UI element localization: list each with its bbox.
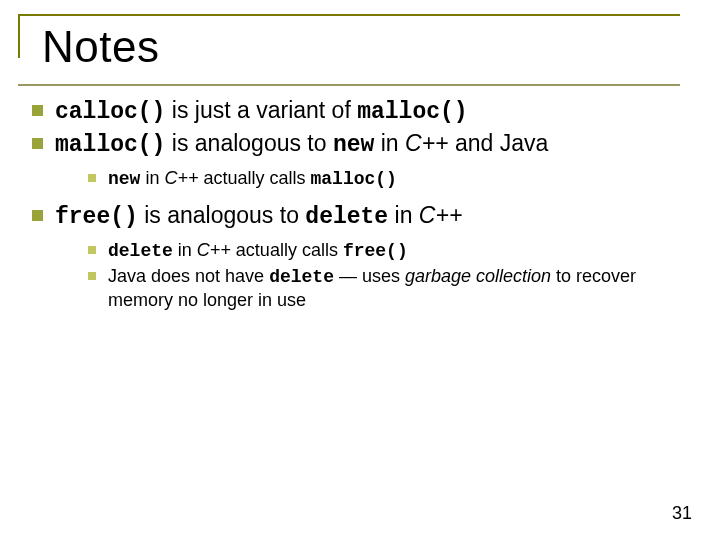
bullet-icon [32, 210, 43, 221]
text-span: in [173, 240, 197, 260]
sub-bullet-java-gc: Java does not have delete — uses garbage… [88, 265, 690, 313]
text-span: actually calls [231, 240, 343, 260]
bullet-free-delete: free() is analogous to delete in C++ [32, 201, 690, 232]
code-span: malloc() [55, 132, 165, 158]
sub-list: delete in C++ actually calls free() Java… [88, 239, 690, 313]
sub-bullet-icon [88, 174, 96, 182]
bullet-malloc-new: malloc() is analogous to new in C++ and … [32, 129, 690, 160]
code-span: delete [108, 241, 173, 261]
sub-bullet-icon [88, 246, 96, 254]
code-span: delete [269, 267, 334, 287]
code-span: delete [305, 204, 388, 230]
sub-bullet-delete-calls-free: delete in C++ actually calls free() [88, 239, 690, 263]
text-span: in [140, 168, 164, 188]
text-span: is analogous to [165, 130, 333, 156]
italic-span: C++ [164, 168, 198, 188]
sub-bullet-text: Java does not have delete — uses garbage… [108, 265, 690, 313]
code-span: new [333, 132, 374, 158]
code-span: free() [343, 241, 408, 261]
rule-under-title [18, 84, 680, 86]
text-span: in [388, 202, 419, 228]
sub-bullet-new-calls-malloc: new in C++ actually calls malloc() [88, 167, 690, 191]
text-span: is analogous to [138, 202, 306, 228]
sub-bullet-text: delete in C++ actually calls free() [108, 239, 690, 263]
text-span: and Java [449, 130, 549, 156]
text-span: is just a variant of [165, 97, 357, 123]
text-span: — uses [334, 266, 405, 286]
rule-tick [18, 16, 20, 58]
bullet-icon [32, 105, 43, 116]
slide: Notes calloc() is just a variant of mall… [0, 0, 720, 540]
code-span: new [108, 169, 140, 189]
rule-top [18, 14, 680, 16]
text-span: actually calls [198, 168, 310, 188]
italic-span: C++ [197, 240, 231, 260]
text-span: Java does not have [108, 266, 269, 286]
code-span: free() [55, 204, 138, 230]
italic-span: C++ [405, 130, 448, 156]
sub-bullet-icon [88, 272, 96, 280]
code-span: calloc() [55, 99, 165, 125]
bullet-text: free() is analogous to delete in C++ [55, 201, 690, 232]
italic-span: C++ [419, 202, 462, 228]
sub-list: new in C++ actually calls malloc() [88, 167, 690, 191]
bullet-text: malloc() is analogous to new in C++ and … [55, 129, 690, 160]
page-number: 31 [672, 503, 692, 524]
text-span: in [374, 130, 405, 156]
code-span: malloc() [311, 169, 397, 189]
bullet-icon [32, 138, 43, 149]
slide-title: Notes [42, 22, 159, 72]
bullet-text: calloc() is just a variant of malloc() [55, 96, 690, 127]
sub-bullet-text: new in C++ actually calls malloc() [108, 167, 690, 191]
code-span: malloc() [357, 99, 467, 125]
italic-span: garbage collection [405, 266, 551, 286]
slide-body: calloc() is just a variant of malloc() m… [32, 96, 690, 323]
bullet-calloc: calloc() is just a variant of malloc() [32, 96, 690, 127]
